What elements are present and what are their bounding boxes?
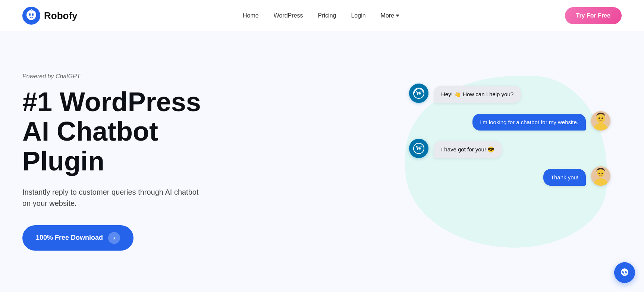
hero-subtitle: Instantly reply to customer queries thro… — [22, 186, 201, 209]
chat-row-1: W Hey! 👋 How can I help you? — [409, 84, 610, 103]
chat-row-4: Thank you! — [409, 166, 610, 186]
nav-item-login[interactable]: Login — [351, 12, 365, 19]
chat-illustration: W Hey! 👋 How can I help you? — [398, 69, 622, 201]
svg-point-23 — [622, 271, 624, 273]
svg-point-14 — [599, 117, 600, 119]
chevron-down-icon — [396, 15, 399, 17]
try-for-free-button[interactable]: Try For Free — [565, 7, 622, 24]
nav-item-home[interactable]: Home — [243, 12, 259, 19]
wordpress-bot-avatar-1: W — [409, 84, 428, 103]
nav-item-wordpress[interactable]: WordPress — [274, 12, 303, 19]
hero-left-content: Powered by ChatGPT #1 WordPress AI Chatb… — [22, 73, 201, 251]
nav-item-pricing[interactable]: Pricing — [318, 12, 336, 19]
hero-section: Powered by ChatGPT #1 WordPress AI Chatb… — [0, 31, 644, 285]
svg-point-6 — [33, 14, 34, 15]
svg-point-8 — [31, 9, 32, 10]
svg-point-21 — [601, 173, 603, 174]
hero-illustration: W Hey! 👋 How can I help you? — [398, 69, 622, 255]
svg-point-26 — [626, 271, 627, 272]
svg-rect-2 — [29, 17, 34, 20]
robofy-logo-icon — [22, 7, 40, 25]
svg-point-11 — [593, 123, 608, 131]
chatbot-fab-icon — [619, 267, 630, 278]
hero-title: #1 WordPress AI Chatbot Plugin — [22, 87, 201, 176]
chatbot-fab-button[interactable] — [614, 262, 635, 283]
nav-link-pricing[interactable]: Pricing — [318, 12, 336, 19]
svg-point-20 — [599, 173, 600, 174]
user-bubble-2: Thank you! — [543, 169, 586, 186]
svg-point-24 — [625, 271, 627, 273]
svg-point-28 — [624, 268, 625, 269]
svg-point-4 — [32, 13, 34, 16]
nav-link-wordpress[interactable]: WordPress — [274, 12, 303, 19]
nav-links: Home WordPress Pricing Login More — [243, 12, 399, 19]
user-bubble-1: I'm looking for a chatbot for my website… — [472, 114, 586, 131]
nav-link-login[interactable]: Login — [351, 12, 365, 19]
svg-point-3 — [29, 13, 31, 16]
navbar: Robofy Home WordPress Pricing Login More… — [0, 0, 644, 31]
chat-row-2: I'm looking for a chatbot for my website… — [409, 111, 610, 131]
logo[interactable]: Robofy — [22, 7, 78, 25]
bot-bubble-1: Hey! 👋 How can I help you? — [434, 86, 521, 103]
svg-text:W: W — [416, 90, 422, 96]
free-download-button[interactable]: 100% Free Download › — [22, 225, 133, 251]
svg-point-18 — [593, 178, 608, 186]
svg-text:W: W — [416, 145, 422, 151]
arrow-right-icon: › — [108, 232, 120, 244]
nav-item-more[interactable]: More — [381, 12, 399, 19]
wordpress-bot-avatar-2: W — [409, 139, 428, 158]
powered-by-label: Powered by ChatGPT — [22, 73, 201, 80]
logo-text: Robofy — [44, 10, 78, 22]
svg-point-5 — [30, 14, 31, 15]
user-avatar-1 — [591, 111, 610, 131]
svg-point-15 — [601, 117, 603, 119]
nav-link-home[interactable]: Home — [243, 12, 259, 19]
chat-row-3: W I have got for you! 😎 — [409, 139, 610, 158]
svg-point-25 — [623, 271, 624, 272]
nav-link-more[interactable]: More — [381, 12, 399, 19]
user-avatar-2 — [591, 166, 610, 186]
bot-bubble-2: I have got for you! 😎 — [434, 141, 502, 158]
